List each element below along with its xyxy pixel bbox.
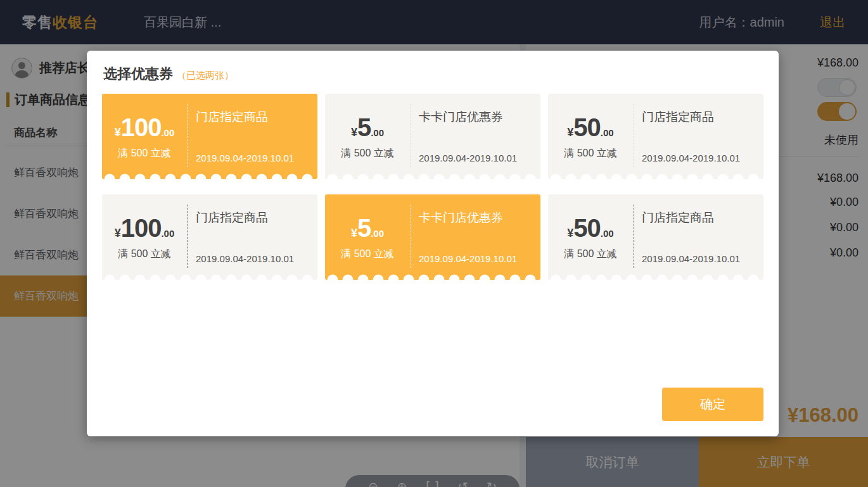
coupon-condition: 满 500 立减	[341, 248, 394, 261]
coupon-cents: .00	[601, 228, 614, 239]
coupon-condition: 满 500 立减	[564, 147, 617, 160]
coupon-name: 门店指定商品	[196, 109, 268, 125]
coupon-name: 门店指定商品	[642, 210, 714, 226]
coupon-name: 门店指定商品	[642, 109, 714, 125]
coupon-info-block: 门店指定商品 2019.09.04-2019.10.01	[642, 94, 757, 179]
coupon-info-block: 门店指定商品 2019.09.04-2019.10.01	[196, 94, 311, 179]
coupon-scallop-edge	[325, 174, 540, 179]
coupon-amount: 5	[357, 214, 371, 242]
coupon-divider	[188, 205, 188, 268]
coupon-amount: 5	[357, 113, 371, 141]
coupon-info-block: 门店指定商品 2019.09.04-2019.10.01	[196, 194, 311, 280]
coupon-card[interactable]: ¥5.00 满 500 立减 卡卡门店优惠券 2019.09.04-2019.1…	[325, 94, 540, 179]
coupon-name: 卡卡门店优惠券	[419, 109, 503, 125]
dialog-title: 选择优惠券（已选两张）	[103, 65, 234, 84]
coupon-scallop-edge	[325, 274, 540, 280]
coupon-divider	[634, 104, 634, 167]
coupon-info-block: 卡卡门店优惠券 2019.09.04-2019.10.01	[419, 194, 534, 280]
coupon-divider	[634, 205, 634, 268]
coupon-condition: 满 500 立减	[564, 248, 617, 261]
coupon-info-block: 门店指定商品 2019.09.04-2019.10.01	[642, 194, 757, 280]
coupon-cents: .00	[161, 228, 174, 239]
currency-symbol: ¥	[351, 126, 357, 139]
coupon-validity: 2019.09.04-2019.10.01	[419, 153, 517, 163]
coupon-card[interactable]: ¥100.00 满 500 立减 门店指定商品 2019.09.04-2019.…	[102, 194, 317, 280]
currency-symbol: ¥	[567, 126, 573, 139]
coupon-name: 门店指定商品	[196, 210, 268, 226]
coupon-divider	[188, 104, 188, 167]
coupon-cents: .00	[371, 127, 384, 138]
coupon-info-block: 卡卡门店优惠券 2019.09.04-2019.10.01	[419, 94, 534, 179]
coupon-amount-block: ¥5.00 满 500 立减	[325, 94, 410, 179]
coupon-amount-block: ¥50.00 满 500 立减	[548, 94, 633, 179]
coupon-cents: .00	[371, 228, 384, 239]
coupon-divider	[411, 104, 411, 167]
coupon-card[interactable]: ¥50.00 满 500 立减 门店指定商品 2019.09.04-2019.1…	[548, 94, 763, 179]
coupon-amount-block: ¥5.00 满 500 立减	[325, 194, 410, 280]
coupon-amount-block: ¥100.00 满 500 立减	[102, 194, 187, 280]
currency-symbol: ¥	[115, 227, 121, 239]
confirm-button[interactable]: 确定	[662, 388, 763, 421]
currency-symbol: ¥	[567, 227, 573, 239]
coupon-amount: 50	[573, 214, 601, 242]
coupon-scallop-edge	[548, 174, 763, 179]
dialog-title-text: 选择优惠券	[103, 66, 173, 82]
coupon-name: 卡卡门店优惠券	[419, 210, 503, 226]
coupon-scallop-edge	[102, 174, 317, 179]
selected-count-badge: （已选两张）	[177, 70, 234, 80]
coupon-amount: 100	[121, 214, 162, 242]
currency-symbol: ¥	[115, 126, 121, 139]
coupon-amount: 50	[573, 113, 601, 141]
currency-symbol: ¥	[351, 227, 357, 239]
coupon-card-selected[interactable]: ¥100.00 满 500 立减 门店指定商品 2019.09.04-2019.…	[102, 94, 317, 179]
coupon-cents: .00	[601, 127, 614, 138]
coupon-validity: 2019.09.04-2019.10.01	[196, 153, 294, 163]
coupon-condition: 满 500 立减	[118, 248, 171, 261]
coupon-scallop-edge	[102, 274, 317, 280]
coupon-condition: 满 500 立减	[118, 147, 171, 160]
coupon-dialog: 选择优惠券（已选两张） ¥100.00 满 500 立减 门店指定商品 2019…	[87, 51, 779, 436]
coupon-amount-block: ¥50.00 满 500 立减	[548, 194, 633, 280]
coupon-validity: 2019.09.04-2019.10.01	[642, 153, 740, 163]
pos-app: 零售收银台 百果园白新 ... 用户名：admin 退出 推荐店长 订单商品信息…	[0, 0, 868, 487]
coupon-card[interactable]: ¥50.00 满 500 立减 门店指定商品 2019.09.04-2019.1…	[548, 194, 763, 280]
coupon-amount: 100	[121, 113, 162, 141]
coupon-divider	[411, 205, 411, 268]
coupon-condition: 满 500 立减	[341, 147, 394, 160]
coupon-validity: 2019.09.04-2019.10.01	[196, 253, 294, 264]
coupon-cents: .00	[161, 127, 174, 138]
coupon-validity: 2019.09.04-2019.10.01	[419, 253, 517, 264]
coupon-validity: 2019.09.04-2019.10.01	[642, 253, 740, 264]
coupon-scallop-edge	[548, 274, 763, 280]
coupon-amount-block: ¥100.00 满 500 立减	[102, 94, 187, 179]
coupon-card-selected[interactable]: ¥5.00 满 500 立减 卡卡门店优惠券 2019.09.04-2019.1…	[325, 194, 540, 280]
